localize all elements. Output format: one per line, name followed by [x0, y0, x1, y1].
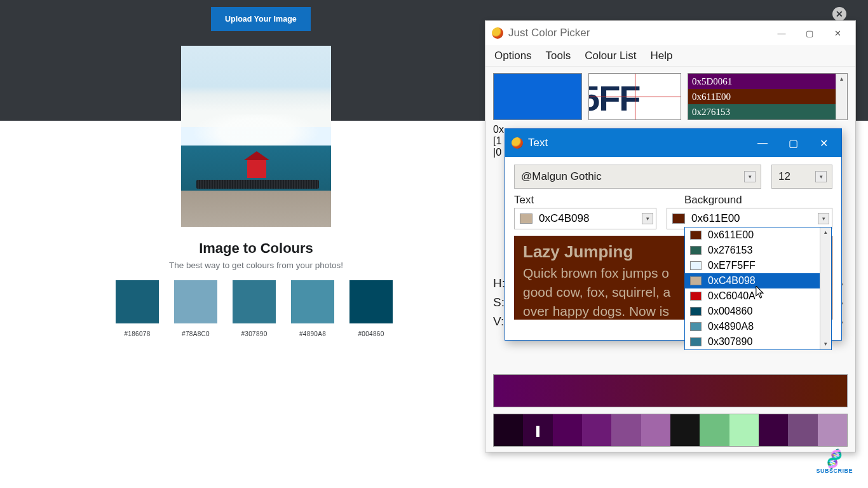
minimize-button[interactable]: — [747, 129, 778, 157]
chevron-down-icon: ▾ [815, 171, 827, 182]
dropdown-option[interactable]: 0x004860 [685, 304, 831, 319]
font-select[interactable]: @Malgun Gothic▾ [514, 165, 761, 189]
history-item[interactable]: 0x276153 [688, 104, 847, 119]
gradient-bar[interactable] [493, 374, 848, 407]
minimize-button[interactable]: — [768, 24, 796, 42]
shade-bar[interactable] [493, 414, 848, 447]
scrollbar[interactable]: ▴ [836, 74, 847, 119]
window-titlebar[interactable]: Text — ▢ ✕ [505, 129, 841, 157]
dropdown-option[interactable]: 0x307890 [685, 334, 831, 349]
text-color-label: Text [514, 194, 674, 207]
swatch[interactable]: #4890A8 [291, 280, 334, 337]
dropdown-option[interactable]: 0xE7F5FF [685, 258, 831, 273]
window-titlebar[interactable]: Just Color Picker — ▢ ✕ [485, 21, 855, 45]
close-icon[interactable]: ✕ [832, 7, 846, 21]
history-item[interactable]: 0x5D0061 [688, 74, 847, 89]
swatch[interactable]: #307890 [233, 280, 276, 337]
window-title: Just Color Picker [508, 27, 768, 39]
menu-options[interactable]: Options [494, 50, 532, 62]
chevron-down-icon: ▾ [818, 213, 829, 224]
mouse-cursor-icon [756, 286, 765, 299]
background-color-label: Background [684, 194, 832, 207]
font-size-select[interactable]: 12▾ [771, 165, 832, 189]
current-color-chip [493, 73, 582, 120]
close-button[interactable]: ✕ [808, 129, 839, 157]
menu-help[interactable]: Help [651, 50, 673, 62]
chevron-down-icon: ▾ [744, 171, 756, 182]
menu-colour-list[interactable]: Colour List [585, 50, 636, 62]
history-item[interactable]: 0x611E00 [688, 89, 847, 104]
background-color-select[interactable]: 0x611E00 ▾ [667, 208, 832, 229]
color-history-list[interactable]: 0x5D0061 0x611E00 0x276153 ▴ [688, 73, 848, 120]
dropdown-option[interactable]: 0x276153 [685, 243, 831, 258]
close-button[interactable]: ✕ [824, 24, 851, 42]
page-subtitle: The best way to get colours from your ph… [0, 261, 512, 270]
hsv-labels: H: S: V: [493, 274, 505, 331]
magnifier-view: 5FF [588, 73, 681, 120]
scrollbar[interactable]: ▴▾ [820, 227, 831, 349]
swatch[interactable]: #186078 [116, 280, 159, 337]
uploaded-photo [181, 46, 331, 227]
window-title: Text [528, 137, 548, 149]
magnifier-text: 5FF [588, 78, 640, 119]
text-color-select[interactable]: 0xC4B098 ▾ [514, 208, 656, 229]
menu-bar: Options Tools Colour List Help [485, 45, 855, 67]
subscribe-watermark: 🧬 SUBSCRIBE [816, 450, 853, 474]
swatch[interactable]: #004860 [349, 280, 393, 337]
app-icon [492, 27, 503, 39]
maximize-button[interactable]: ▢ [796, 24, 824, 42]
dropdown-option[interactable]: 0x4890A8 [685, 319, 831, 334]
text-tool-window: Text — ▢ ✕ @Malgun Gothic▾ 12▾ Text Back… [505, 128, 842, 341]
maximize-button[interactable]: ▢ [778, 129, 808, 157]
chevron-down-icon: ▾ [642, 213, 653, 224]
menu-tools[interactable]: Tools [546, 50, 571, 62]
upload-image-button[interactable]: Upload Your Image [211, 7, 311, 31]
swatch[interactable]: #78A8C0 [174, 280, 217, 337]
page-title: Image to Colours [0, 240, 512, 257]
app-icon [512, 137, 523, 149]
palette-swatches: #186078 #78A8C0 #307890 #4890A8 #004860 [116, 280, 393, 337]
dropdown-option[interactable]: 0x611E00 [685, 227, 831, 243]
